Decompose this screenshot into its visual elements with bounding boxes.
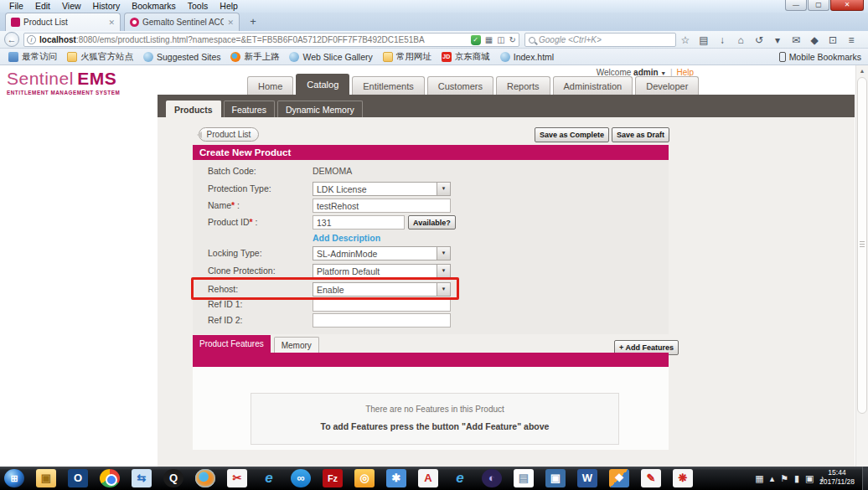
subtab-products[interactable]: Products bbox=[166, 101, 221, 117]
eclipse-icon[interactable]: ◐ bbox=[482, 469, 502, 487]
cloud-drive-icon[interactable]: ∞ bbox=[291, 469, 311, 487]
name-input[interactable] bbox=[313, 199, 451, 213]
extension-icon[interactable]: ◆ bbox=[809, 34, 819, 46]
action-center-flag-icon[interactable]: ⚑ bbox=[780, 467, 788, 490]
bookmark-item[interactable]: 新手上路 bbox=[225, 49, 284, 64]
page-scrollbar[interactable]: ▲ bbox=[855, 65, 868, 467]
bookmark-item[interactable]: 火狐官方站点 bbox=[62, 49, 138, 64]
power-tray-icon[interactable]: ▮ bbox=[794, 467, 799, 490]
product-id-input[interactable] bbox=[313, 215, 405, 230]
screenshot-crop-icon[interactable]: ⊡ bbox=[828, 34, 838, 46]
nav-tab-entitlements[interactable]: Entitlements bbox=[352, 76, 425, 95]
sync-tool-icon[interactable]: ✱ bbox=[386, 469, 406, 487]
menu-help[interactable]: Help bbox=[214, 0, 244, 13]
save-as-complete-button[interactable]: Save as Complete bbox=[535, 127, 609, 142]
internet-explorer2-icon[interactable]: e bbox=[450, 469, 470, 487]
product-list-back-button[interactable]: Product List bbox=[199, 127, 259, 142]
word-icon[interactable]: W bbox=[577, 469, 597, 487]
save-as-draft-button[interactable]: Save as Draft bbox=[612, 127, 669, 142]
bookmark-item[interactable]: JD京东商城 bbox=[437, 49, 495, 64]
bookmark-item[interactable]: 最常访问 bbox=[3, 49, 62, 64]
home-icon[interactable]: ⌂ bbox=[736, 34, 746, 46]
add-description-link[interactable]: Add Description bbox=[313, 233, 380, 243]
maximize-button[interactable]: ▢ bbox=[808, 0, 829, 11]
map-tool-icon[interactable]: ✎ bbox=[641, 469, 661, 487]
computer-mgmt-icon[interactable]: ▣ bbox=[545, 469, 566, 487]
qr-code-icon[interactable]: ▦ bbox=[485, 35, 493, 44]
bookmark-item[interactable]: 常用网址 bbox=[378, 49, 437, 64]
qq-icon[interactable]: Q bbox=[163, 469, 183, 487]
screenshot-tool-icon[interactable]: ✂ bbox=[227, 469, 247, 487]
bookmark-item[interactable]: Suggested Sites bbox=[138, 49, 225, 64]
chevron-down-icon[interactable]: ▼ bbox=[437, 247, 450, 260]
dropdown-caret-icon[interactable]: ▾ bbox=[772, 34, 783, 46]
sync-icon[interactable]: ↺ bbox=[754, 34, 764, 46]
menu-bookmarks[interactable]: Bookmarks bbox=[126, 0, 182, 13]
mobile-bookmarks[interactable]: Mobile Bookmarks bbox=[779, 49, 861, 65]
nav-tab-customers[interactable]: Customers bbox=[427, 76, 493, 95]
close-button[interactable]: ✕ bbox=[830, 0, 864, 11]
site-info-icon[interactable]: i bbox=[27, 35, 36, 44]
scrollbar-thumb[interactable] bbox=[857, 77, 867, 414]
search-input[interactable] bbox=[539, 35, 672, 44]
ref-id2-input[interactable] bbox=[313, 313, 451, 328]
bookmark-item[interactable]: Web Slice Gallery bbox=[284, 49, 377, 64]
security-shield-icon[interactable]: ✓ bbox=[471, 35, 481, 45]
remote-desktop-icon[interactable]: ⇆ bbox=[132, 469, 152, 487]
nav-tab-administration[interactable]: Administration bbox=[553, 76, 633, 95]
minimize-button[interactable]: — bbox=[785, 0, 807, 11]
clone-protection-select[interactable]: Platform Default ▼ bbox=[313, 264, 451, 278]
tab-close-icon[interactable]: ✕ bbox=[227, 18, 234, 27]
reader-mode-icon[interactable]: ◫ bbox=[497, 35, 504, 44]
back-button[interactable]: ← bbox=[4, 32, 19, 47]
tab-close-icon[interactable]: ✕ bbox=[108, 18, 115, 27]
hidden-icons-tray-icon[interactable]: ▴ bbox=[770, 467, 775, 490]
menu-edit[interactable]: Edit bbox=[29, 0, 56, 13]
notepad-icon[interactable]: ▤ bbox=[514, 469, 534, 487]
downloads-icon[interactable]: ↓ bbox=[717, 34, 727, 46]
chrome-icon[interactable] bbox=[100, 469, 120, 487]
nav-tab-developer[interactable]: Developer bbox=[635, 76, 699, 95]
filezilla-icon[interactable]: Fz bbox=[323, 469, 343, 487]
nav-tab-catalog[interactable]: Catalog bbox=[296, 74, 349, 95]
chevron-down-icon[interactable]: ▼ bbox=[437, 265, 450, 277]
show-desktop-button[interactable] bbox=[862, 467, 868, 490]
hamburger-menu-icon[interactable]: ≡ bbox=[846, 34, 856, 46]
new-tab-button[interactable]: + bbox=[245, 15, 261, 28]
menu-view[interactable]: View bbox=[56, 0, 87, 13]
messenger-icon[interactable]: ✉ bbox=[791, 34, 801, 46]
bookmark-item[interactable]: Index.html bbox=[495, 49, 559, 64]
tab-product-features[interactable]: Product Features bbox=[193, 335, 271, 353]
chevron-down-icon[interactable]: ▼ bbox=[437, 183, 450, 195]
nav-tab-reports[interactable]: Reports bbox=[496, 76, 550, 95]
url-bar[interactable]: i localhost :8080/ems/productListing.htm… bbox=[23, 33, 519, 47]
menu-file[interactable]: File bbox=[3, 0, 29, 13]
tab-memory[interactable]: Memory bbox=[274, 337, 319, 353]
tab-product-list[interactable]: Product List ✕ bbox=[5, 13, 121, 31]
firefox-icon[interactable] bbox=[195, 469, 215, 487]
paint-icon[interactable]: ❋ bbox=[673, 469, 693, 487]
bookmarks-menu-icon[interactable]: ▤ bbox=[699, 34, 709, 46]
explorer-icon[interactable]: ▣ bbox=[36, 469, 56, 487]
protection-type-select[interactable]: LDK License ▼ bbox=[313, 182, 451, 196]
scrollbar-up-icon[interactable]: ▲ bbox=[856, 66, 868, 76]
adobe-reader-icon[interactable]: A bbox=[418, 469, 438, 487]
internet-explorer-icon[interactable]: e bbox=[259, 469, 279, 487]
vm-icon[interactable]: ❖ bbox=[609, 469, 629, 487]
nav-tab-home[interactable]: Home bbox=[247, 76, 293, 95]
keyboard-tray-icon[interactable]: ▦ bbox=[755, 467, 763, 490]
menu-history[interactable]: History bbox=[87, 0, 127, 13]
start-button[interactable]: ⊞ bbox=[4, 469, 24, 487]
bookmark-star-icon[interactable]: ☆ bbox=[680, 34, 690, 46]
outlook-icon[interactable]: O bbox=[68, 469, 88, 487]
search-box[interactable] bbox=[524, 33, 676, 47]
reload-icon[interactable]: ↻ bbox=[509, 35, 516, 44]
taskbar-clock[interactable]: 15:44 2017/11/28 bbox=[813, 468, 861, 487]
available-button[interactable]: Available? bbox=[408, 215, 456, 230]
menu-tools[interactable]: Tools bbox=[182, 0, 214, 13]
subtab-dynamic-memory[interactable]: Dynamic Memory bbox=[277, 101, 363, 117]
tab-gemalto-acc[interactable]: Gemalto Sentinel ACC: Senti ✕ bbox=[124, 13, 240, 31]
search-tool-icon[interactable]: ◎ bbox=[354, 469, 375, 487]
locking-type-select[interactable]: SL-AdminMode ▼ bbox=[313, 246, 451, 260]
subtab-features[interactable]: Features bbox=[224, 101, 275, 117]
